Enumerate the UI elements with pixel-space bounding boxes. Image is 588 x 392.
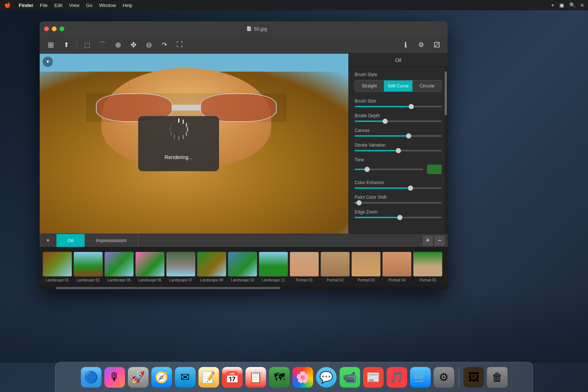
menu-go[interactable]: Go [86,3,92,8]
panel-scrollbar[interactable] [445,67,448,234]
panel-header: Oil [349,54,448,67]
film-item-landscape09[interactable]: Landscape 09 [197,252,226,282]
film-item-landscape05[interactable]: Landscape 05 [104,252,134,282]
tone-track[interactable] [355,169,423,170]
collapse-panel-button[interactable]: ▼ [43,57,53,67]
filmstrip-scrollbar[interactable] [40,287,448,289]
film-label-landscape05: Landscape 05 [108,278,131,282]
edge-zoom-track[interactable] [355,217,442,218]
menu-edit[interactable]: Edit [54,3,62,8]
monitor-icon: ▣ [559,2,564,8]
share-button[interactable]: ⚂ [430,38,443,51]
filmstrip[interactable]: Landscape 01Landscape 02Landscape 05Land… [40,247,448,287]
list-icon[interactable]: ≡ [581,2,584,8]
appstore-icon[interactable]: 🛒 [410,367,431,388]
edge-zoom-slider-row: Edge Zoom [355,209,442,218]
menu-help[interactable]: Help [123,3,133,8]
brush-soft-curve-button[interactable]: Soft Curve [384,80,413,91]
stroke-variation-track[interactable] [355,150,442,151]
film-item-landscape11[interactable]: Landscape 11 [259,252,288,282]
search-icon[interactable]: 🔍 [569,2,576,8]
film-item-portrait01[interactable]: Portrait 01 [290,252,319,282]
stroke-variation-fill [355,150,398,151]
bristle-depth-thumb[interactable] [383,119,388,124]
browse-button[interactable]: ⊞ [44,38,57,51]
film-item-landscape01[interactable]: Landscape 01 [43,252,72,282]
reminders-icon[interactable]: 📋 [245,367,266,388]
color-enhance-thumb[interactable] [408,186,413,191]
color-enhance-track[interactable] [355,187,442,189]
brush-circular-button[interactable]: Circular [413,80,441,91]
messages-icon[interactable]: 💬 [316,367,337,388]
system-settings-icon[interactable]: ⚙ [434,367,454,388]
photos-icon[interactable]: 🌸 [293,367,313,388]
edge-zoom-thumb[interactable] [397,215,402,220]
window-title: 📄 50.jpg [70,26,443,32]
app-name[interactable]: Finder [19,3,33,8]
brush-straight-button[interactable]: Straight [355,80,384,91]
menu-file[interactable]: File [40,3,48,8]
mail-icon[interactable]: ✉ [175,367,196,388]
music-icon[interactable]: 🎵 [387,367,407,388]
info-button[interactable]: ℹ [399,38,412,51]
film-item-landscape07[interactable]: Landscape 07 [166,252,196,282]
oil-tab[interactable]: Oil [57,234,85,247]
tone-row [355,165,442,174]
import-button[interactable]: ⬆ [60,38,73,51]
film-item-portrait04[interactable]: Portrait 04 [382,252,412,282]
menu-window[interactable]: Window [99,3,116,8]
menubar: 🍎 Finder File Edit View Go Window Help ⌖… [0,0,588,10]
maps-icon[interactable]: 🗺 [269,367,290,388]
zoom-out-button[interactable]: ⊖ [142,38,155,51]
news-icon[interactable]: 📰 [363,367,384,388]
fullscreen-button[interactable]: ⛶ [173,38,186,51]
menu-view[interactable]: View [69,3,79,8]
curve-button[interactable]: ⌒ [96,38,109,51]
brush-size-track[interactable] [355,106,442,107]
film-item-landscape06[interactable]: Landscape 06 [135,252,165,282]
facetime-icon[interactable]: 📹 [340,367,360,388]
film-item-landscape02[interactable]: Landscape 02 [74,252,103,282]
minimize-button[interactable] [52,26,57,31]
panel-scrollbar-thumb[interactable] [445,71,447,115]
film-item-landscape10[interactable]: Landscape 10 [228,252,257,282]
settings-button[interactable]: ⚙ [415,38,428,51]
window-controls [44,26,64,31]
film-item-portrait02[interactable]: Portrait 02 [320,252,350,282]
film-item-portrait05[interactable]: Portrait 05 [413,252,442,282]
oil-tab-button[interactable]: ▼ [40,234,57,247]
impressionism-tab[interactable]: Impressionism [85,234,138,247]
close-button[interactable] [44,26,49,31]
add-preset-button[interactable]: + [423,235,433,246]
paint-color-shift-track[interactable] [355,202,442,204]
tone-thumb[interactable] [365,167,370,172]
stroke-variation-thumb[interactable] [396,148,401,153]
finder-icon[interactable]: 🔵 [81,367,101,388]
film-item-portrait03[interactable]: Portrait 03 [351,252,381,282]
tone-swatch[interactable] [427,165,442,174]
launchpad-icon[interactable]: 🚀 [128,367,148,388]
apple-menu[interactable]: 🍎 [4,2,11,8]
crop-button[interactable]: ⬚ [80,38,94,51]
rendering-text: Rendering... [165,154,193,160]
trash-icon[interactable]: 🗑 [487,367,508,388]
rotate-button[interactable]: ↷ [158,38,171,51]
zoom-in-button[interactable]: ⊕ [111,38,125,51]
photo-editor-icon[interactable]: 🖼 [463,367,484,388]
brush-size-thumb[interactable] [409,104,414,109]
brush-size-slider-row: Brush Size [355,98,442,107]
maximize-button[interactable] [60,26,64,31]
notes-icon[interactable]: 📝 [198,367,219,388]
siri-icon[interactable]: 🎙 [104,367,125,388]
filmstrip-scrollbar-thumb[interactable] [56,287,280,289]
move-button[interactable]: ✥ [127,38,140,51]
calendar-icon[interactable]: 📅 [222,367,243,388]
paint-color-shift-thumb[interactable] [356,200,362,205]
bristle-depth-track[interactable] [355,121,442,122]
canvas-thumb[interactable] [406,133,411,139]
rendering-overlay: Rendering... [138,116,219,171]
remove-preset-button[interactable]: − [434,235,445,246]
film-label-portrait05: Portrait 05 [419,278,436,282]
canvas-track[interactable] [355,135,442,137]
safari-icon[interactable]: 🧭 [151,367,172,388]
